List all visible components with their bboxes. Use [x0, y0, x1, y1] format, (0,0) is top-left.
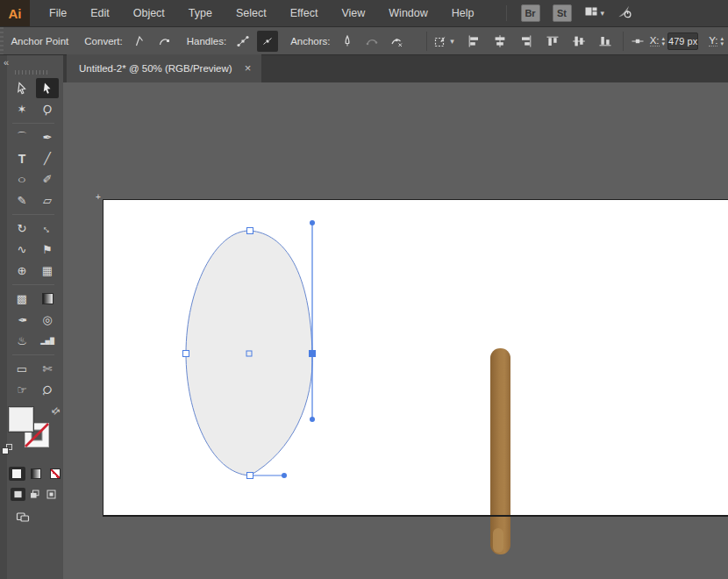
rotate-tool[interactable]: ↻ [11, 218, 33, 239]
document-tab[interactable]: Untitled-2* @ 50% (RGB/Preview) × [67, 54, 261, 82]
type-tool[interactable]: T [11, 148, 33, 168]
pencil-tool[interactable]: ✎ [11, 190, 33, 211]
chevron-down-icon[interactable]: ▾ [601, 9, 605, 18]
horizontal-align-left-button[interactable] [463, 31, 484, 52]
divider [12, 284, 54, 285]
divider [12, 214, 54, 215]
zoom-tool[interactable]: Ǫ [36, 380, 59, 400]
vertical-align-center-button[interactable] [568, 31, 589, 52]
curvature-tool[interactable]: ⌒ [11, 127, 33, 147]
show-handles-button[interactable] [232, 31, 253, 52]
panel-grip[interactable] [0, 27, 4, 54]
pen-tool[interactable]: ✒ [36, 127, 59, 147]
handles-label: Handles: [187, 36, 226, 46]
divider [426, 32, 427, 51]
lasso-tool[interactable]: Ϙ [36, 99, 59, 119]
stick-shape[interactable] [490, 348, 510, 554]
menu-help[interactable]: Help [452, 7, 475, 19]
draw-behind-icon[interactable] [27, 488, 42, 501]
puppet-warp-tool[interactable]: ⚑ [36, 239, 59, 260]
document-tab-title: Untitled-2* @ 50% (RGB/Preview) [79, 63, 232, 74]
artboard-tool[interactable]: ▭ [11, 359, 33, 379]
change-screen-mode-icon[interactable] [16, 510, 63, 527]
fill-swatch[interactable] [9, 407, 33, 432]
remove-anchor-button[interactable] [337, 31, 358, 52]
direct-selection-tool[interactable] [36, 78, 59, 98]
menu-view[interactable]: View [341, 7, 365, 19]
ellipse-tool[interactable]: ○ [11, 169, 33, 189]
gradient-tool[interactable] [36, 289, 59, 309]
color-type-buttons [9, 467, 63, 481]
color-button[interactable] [9, 467, 25, 481]
divider [623, 32, 624, 51]
hide-handles-button[interactable] [257, 31, 278, 52]
cut-path-button[interactable] [386, 31, 407, 52]
convert-to-smooth-button[interactable] [153, 31, 175, 52]
tools-panel: « ✶Ϙ⌒✒T╱○✐✎▱↻↔∿⚑⊕▦▩✒◎♨▂▅█▭✄☞Ǫ ⇆ [0, 54, 63, 579]
gpu-performance-icon[interactable] [617, 4, 632, 23]
width-tool[interactable]: ∿ [11, 239, 33, 260]
control-bar-title: Anchor Point [11, 36, 68, 46]
panel-drag-grip[interactable] [15, 70, 48, 75]
vertical-align-bottom-button[interactable] [595, 31, 616, 52]
collapse-panel-button[interactable]: « [0, 55, 63, 68]
line-segment-tool[interactable]: ╱ [36, 148, 59, 168]
canvas-area[interactable]: + [63, 82, 728, 579]
menu-bar: Ai FileEditObjectTypeSelectEffectViewWin… [0, 0, 728, 26]
artboard-bottom-edge [103, 515, 728, 517]
menu-type[interactable]: Type [189, 7, 212, 19]
draw-inside-icon[interactable] [44, 488, 59, 501]
horizontal-align-center-button[interactable] [489, 31, 510, 52]
selection-tool[interactable] [11, 78, 33, 98]
convert-label: Convert: [84, 36, 122, 46]
menu-effect[interactable]: Effect [290, 7, 318, 19]
y-label[interactable]: Y: [709, 35, 717, 46]
blend-tool[interactable]: ◎ [36, 310, 59, 330]
x-input[interactable]: 479 px [667, 32, 698, 50]
fill-stroke-controls: ⇆ [0, 407, 63, 465]
x-label[interactable]: X: [650, 35, 660, 46]
stock-button[interactable]: St [553, 4, 572, 22]
anchor-handles-button [361, 31, 382, 52]
eraser-tool[interactable]: ▱ [36, 190, 59, 211]
hand-tool[interactable]: ☞ [11, 380, 33, 400]
close-tab-icon[interactable]: × [245, 64, 252, 73]
control-bar: Anchor Point Convert: Handles: Anchors: … [0, 26, 728, 54]
swap-fill-stroke-icon[interactable]: ⇆ [49, 404, 63, 418]
mesh-tool[interactable]: ▩ [11, 289, 33, 309]
divider [12, 123, 54, 124]
y-stepper[interactable]: ▴▾ [720, 36, 724, 46]
magic-wand-tool[interactable]: ✶ [11, 99, 33, 119]
slice-tool[interactable]: ✄ [36, 359, 59, 379]
symbol-sprayer-tool[interactable]: ♨ [11, 331, 33, 351]
gradient-button[interactable] [28, 467, 45, 481]
anchor-point-display-icon[interactable] [631, 31, 645, 52]
workspace-switcher-icon[interactable]: ▾ [584, 4, 605, 22]
menu-window[interactable]: Window [389, 7, 427, 19]
select-similar-button[interactable]: ▾ [433, 31, 454, 52]
menu-object[interactable]: Object [133, 7, 165, 19]
default-fill-stroke-icon[interactable] [2, 444, 12, 454]
paintbrush-tool[interactable]: ✐ [36, 169, 59, 189]
bridge-button[interactable]: Br [521, 4, 540, 22]
scale-tool[interactable]: ↔ [36, 218, 59, 239]
column-graph-tool[interactable]: ▂▅█ [36, 331, 59, 351]
vertical-align-top-button[interactable] [542, 31, 563, 52]
anchors-label: Anchors: [290, 36, 330, 46]
horizontal-align-right-button[interactable] [516, 31, 537, 52]
divider [506, 5, 507, 21]
menu-file[interactable]: File [49, 7, 67, 19]
x-stepper[interactable]: ▴▾ [662, 36, 666, 46]
eyedropper-tool[interactable]: ✒ [11, 310, 33, 330]
perspective-grid-tool[interactable]: ▦ [36, 261, 59, 281]
menu-edit[interactable]: Edit [90, 7, 110, 19]
shape-builder-tool[interactable]: ⊕ [11, 261, 33, 281]
menu-select[interactable]: Select [236, 7, 267, 19]
draw-normal-icon[interactable] [11, 488, 25, 501]
convert-to-corner-button[interactable] [129, 31, 150, 52]
none-button[interactable] [46, 467, 63, 481]
drawing-mode-buttons [11, 488, 63, 501]
artboard[interactable] [103, 199, 728, 516]
stick-tip-highlight [493, 528, 503, 553]
artboard-corner-mark: + [96, 192, 101, 202]
